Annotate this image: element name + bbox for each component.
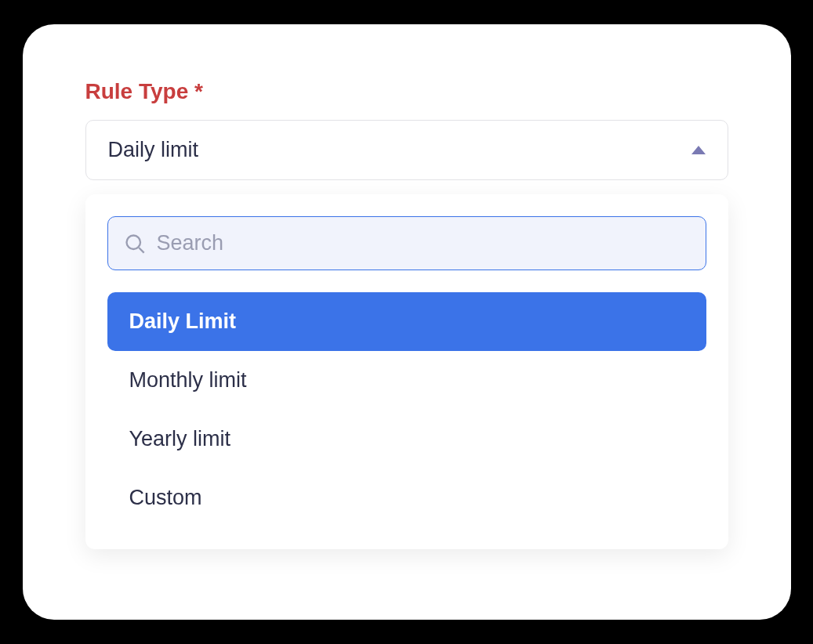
search-input[interactable] [157, 231, 690, 255]
option-monthly-limit[interactable]: Monthly limit [107, 351, 706, 410]
option-daily-limit[interactable]: Daily Limit [107, 292, 706, 351]
search-wrap[interactable] [107, 216, 706, 270]
options-list: Daily Limit Monthly limit Yearly limit C… [107, 292, 706, 527]
option-custom[interactable]: Custom [107, 469, 706, 527]
dropdown-panel: Daily Limit Monthly limit Yearly limit C… [85, 194, 728, 549]
caret-up-icon [691, 146, 706, 154]
rule-type-select[interactable]: Daily limit [85, 120, 728, 180]
svg-line-1 [139, 248, 143, 252]
svg-point-0 [126, 235, 140, 249]
search-icon [124, 233, 146, 255]
rule-type-label: Rule Type * [85, 79, 728, 104]
option-yearly-limit[interactable]: Yearly limit [107, 410, 706, 469]
select-value: Daily limit [108, 138, 199, 162]
form-card: Rule Type * Daily limit Daily Limit Mont… [23, 24, 791, 620]
